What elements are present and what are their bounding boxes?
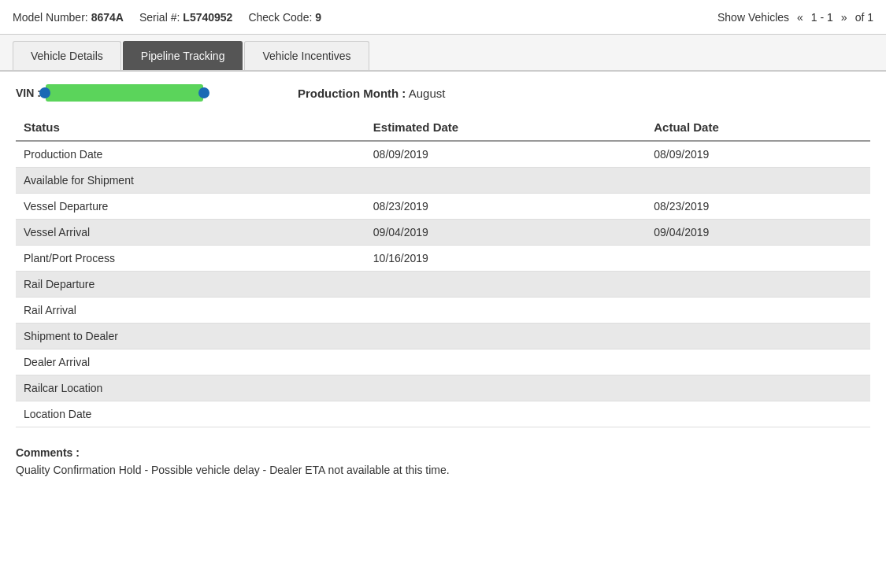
vin-redacted (46, 84, 203, 102)
page-of: of 1 (855, 11, 873, 24)
cell-actual (646, 349, 870, 375)
header-bar: Model Number: 8674A Serial #: L5740952 C… (0, 0, 886, 35)
production-month-value: August (409, 87, 446, 100)
check-code-label: Check Code: (248, 11, 312, 24)
pipeline-table: Status Estimated Date Actual Date Produc… (16, 114, 870, 427)
cell-actual (646, 375, 870, 401)
comments-text: Quality Confirmation Hold - Possible veh… (16, 464, 870, 476)
cell-estimated (365, 375, 646, 401)
cell-actual (646, 246, 870, 272)
col-estimated-date: Estimated Date (365, 114, 646, 141)
content-area: VIN : Production Month : August Status E… (0, 72, 886, 489)
cell-actual (646, 324, 870, 349)
comments-label: Comments : (16, 446, 870, 459)
cell-actual (646, 298, 870, 324)
cell-status: Vessel Departure (16, 194, 365, 220)
cell-status: Plant/Port Process (16, 246, 365, 272)
vin-section: VIN : (16, 84, 203, 102)
table-row: Rail Departure (16, 272, 870, 298)
serial-label: Serial #: (139, 11, 180, 24)
cell-estimated: 08/09/2019 (365, 141, 646, 168)
cell-estimated (365, 401, 646, 427)
cell-estimated (365, 324, 646, 349)
table-row: Rail Arrival (16, 298, 870, 324)
tab-vehicle-incentives[interactable]: Vehicle Incentives (244, 41, 369, 70)
prev-page-button[interactable]: « (794, 9, 806, 25)
table-row: Railcar Location (16, 375, 870, 401)
cell-estimated: 10/16/2019 (365, 246, 646, 272)
show-vehicles-label: Show Vehicles (717, 11, 789, 24)
cell-estimated (365, 298, 646, 324)
comments-section: Comments : Quality Confirmation Hold - P… (16, 446, 870, 476)
table-row: Plant/Port Process10/16/2019 (16, 246, 870, 272)
cell-estimated: 08/23/2019 (365, 194, 646, 220)
cell-estimated (365, 349, 646, 375)
table-row: Dealer Arrival (16, 349, 870, 375)
table-row: Available for Shipment (16, 168, 870, 194)
serial-value: L5740952 (183, 11, 232, 24)
cell-estimated: 09/04/2019 (365, 220, 646, 246)
cell-actual: 08/09/2019 (646, 141, 870, 168)
table-row: Shipment to Dealer (16, 324, 870, 349)
tabs-container: Vehicle Details Pipeline Tracking Vehicl… (0, 35, 886, 72)
page-info: 1 - 1 (811, 11, 833, 24)
serial-field: Serial #: L5740952 (139, 11, 232, 24)
cell-estimated (365, 168, 646, 194)
vin-label: VIN : (16, 87, 41, 99)
production-month-label: Production Month : (298, 87, 406, 100)
cell-status: Rail Arrival (16, 298, 365, 324)
model-number-field: Model Number: 8674A (13, 11, 124, 24)
cell-status: Available for Shipment (16, 168, 365, 194)
next-page-button[interactable]: » (838, 9, 851, 25)
cell-status: Location Date (16, 401, 365, 427)
cell-actual (646, 272, 870, 298)
table-row: Location Date (16, 401, 870, 427)
show-vehicles-section: Show Vehicles « 1 - 1 » of 1 (717, 9, 873, 25)
cell-actual (646, 401, 870, 427)
cell-status: Dealer Arrival (16, 349, 365, 375)
cell-actual: 08/23/2019 (646, 194, 870, 220)
cell-status: Shipment to Dealer (16, 324, 365, 349)
cell-status: Production Date (16, 141, 365, 168)
table-row: Vessel Departure08/23/201908/23/2019 (16, 194, 870, 220)
table-row: Production Date08/09/201908/09/2019 (16, 141, 870, 168)
cell-status: Railcar Location (16, 375, 365, 401)
cell-status: Rail Departure (16, 272, 365, 298)
cell-estimated (365, 272, 646, 298)
production-month-section: Production Month : August (298, 87, 446, 100)
tab-pipeline-tracking[interactable]: Pipeline Tracking (123, 41, 243, 70)
model-number-value: 8674A (91, 11, 124, 24)
cell-actual (646, 168, 870, 194)
table-row: Vessel Arrival09/04/201909/04/2019 (16, 220, 870, 246)
tab-vehicle-details[interactable]: Vehicle Details (13, 41, 121, 70)
col-actual-date: Actual Date (646, 114, 870, 141)
check-code-field: Check Code: 9 (248, 11, 321, 24)
col-status: Status (16, 114, 365, 141)
cell-status: Vessel Arrival (16, 220, 365, 246)
model-number-label: Model Number: (13, 11, 88, 24)
check-code-value: 9 (315, 11, 321, 24)
vin-row: VIN : Production Month : August (16, 84, 870, 102)
cell-actual: 09/04/2019 (646, 220, 870, 246)
